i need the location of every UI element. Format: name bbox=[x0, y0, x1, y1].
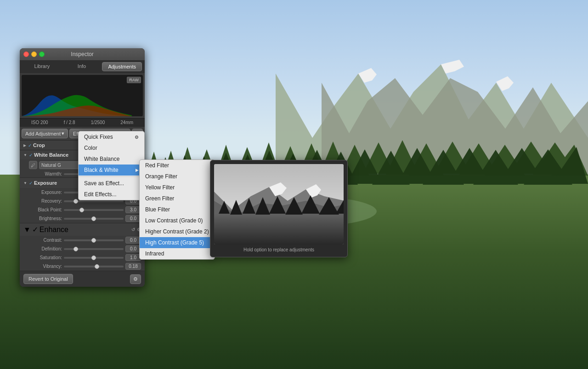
blackpoint-slider-label: Black Point: bbox=[29, 207, 62, 212]
add-adjustment-label: Add Adjustment bbox=[25, 131, 61, 136]
preview-bw-image bbox=[214, 164, 344, 244]
recovery-thumb[interactable] bbox=[74, 199, 78, 204]
bw-higher-contrast[interactable]: Higher Contrast (Grade 2) bbox=[140, 226, 215, 237]
bw-infrared[interactable]: Infrared bbox=[140, 248, 215, 259]
effects-menu-color[interactable]: Color bbox=[79, 142, 144, 153]
bw-label: Black & White bbox=[84, 167, 119, 173]
wb-triangle: ▼ bbox=[23, 153, 27, 157]
raw-badge: RAW bbox=[127, 77, 141, 83]
vibrancy-slider-label: Vibrancy: bbox=[29, 264, 62, 269]
contrast-thumb[interactable] bbox=[91, 238, 96, 243]
quick-fixes-label: Quick Fixes bbox=[84, 134, 113, 140]
blackpoint-thumb[interactable] bbox=[79, 208, 84, 212]
exif-aperture: f / 2.8 bbox=[64, 120, 75, 125]
warmth-label: Warmth: bbox=[29, 171, 62, 176]
brightness-slider[interactable] bbox=[64, 218, 124, 220]
vibrancy-thumb[interactable] bbox=[95, 264, 99, 269]
bw-yellow-filter[interactable]: Yellow Filter bbox=[140, 182, 215, 193]
minimize-button[interactable] bbox=[31, 51, 37, 57]
preview-image bbox=[214, 164, 344, 244]
revert-button[interactable]: Revert to Original bbox=[23, 274, 73, 284]
recovery-slider-label: Recovery: bbox=[29, 199, 62, 204]
exif-iso: ISO 200 bbox=[31, 120, 48, 125]
quick-fixes-settings-icon: ⚙ bbox=[135, 135, 139, 140]
brightness-thumb[interactable] bbox=[91, 216, 96, 221]
histogram-chart bbox=[22, 75, 143, 116]
tab-library[interactable]: Library bbox=[23, 62, 62, 71]
white-balance-menu-label: White Balance bbox=[84, 156, 119, 162]
saturation-slider-row: Saturation: 1.0 bbox=[20, 253, 145, 262]
exif-shutter: 1/2500 bbox=[91, 120, 105, 125]
definition-slider[interactable] bbox=[64, 248, 124, 250]
exposure-slider-label: Exposure: bbox=[29, 190, 62, 195]
saturation-slider[interactable] bbox=[64, 257, 124, 259]
inspector-tabs: Library Info Adjustments bbox=[20, 60, 145, 73]
effects-menu-white-balance[interactable]: White Balance bbox=[79, 153, 144, 165]
bw-green-filter[interactable]: Green Filter bbox=[140, 193, 215, 204]
effects-menu-save[interactable]: Save as Effect... bbox=[79, 178, 144, 189]
enhance-check: ✓ bbox=[32, 225, 38, 234]
inspector-title: Inspector bbox=[71, 51, 93, 57]
contrast-slider[interactable] bbox=[64, 239, 124, 241]
enhance-triangle: ▼ bbox=[23, 226, 31, 234]
preview-panel: Hold option to replace adjustments bbox=[210, 160, 348, 257]
revert-gear-button[interactable]: ⚙ bbox=[130, 274, 141, 284]
bw-red-filter[interactable]: Red Filter bbox=[140, 160, 215, 171]
add-adjustment-arrow: ▾ bbox=[62, 131, 64, 136]
enhance-section-header[interactable]: ▼ ✓ Enhance ↺ ⚙ bbox=[20, 223, 145, 236]
contrast-slider-row: Contrast: 0.0 bbox=[20, 236, 145, 244]
enhance-reset-icon[interactable]: ↺ bbox=[131, 227, 135, 232]
bw-high-contrast[interactable]: High Contrast (Grade 5) bbox=[140, 237, 215, 248]
traffic-lights bbox=[23, 51, 45, 57]
contrast-slider-label: Contrast: bbox=[29, 238, 62, 243]
exposure-triangle: ▼ bbox=[23, 181, 27, 185]
exif-bar: ISO 200 f / 2.8 1/2500 24mm bbox=[20, 118, 145, 126]
tab-info[interactable]: Info bbox=[62, 62, 102, 71]
saturation-value: 1.0 bbox=[125, 254, 141, 261]
saturation-slider-label: Saturation: bbox=[29, 255, 62, 260]
exif-focal: 24mm bbox=[120, 120, 133, 125]
close-button[interactable] bbox=[23, 51, 29, 57]
edit-effects-label: Edit Effects... bbox=[84, 191, 116, 198]
exposure-check: ✓ bbox=[29, 181, 33, 186]
effects-menu-quick-fixes[interactable]: Quick Fixes ⚙ bbox=[79, 131, 144, 142]
inspector-titlebar: Inspector bbox=[20, 48, 145, 60]
effects-menu-bw[interactable]: Black & White ▶ bbox=[79, 165, 144, 176]
vibrancy-slider[interactable] bbox=[64, 266, 124, 267]
add-adjustment-button[interactable]: Add Adjustment ▾ bbox=[22, 129, 68, 138]
maximize-button[interactable] bbox=[39, 51, 45, 57]
blackpoint-slider[interactable] bbox=[64, 209, 124, 211]
effects-menu-edit[interactable]: Edit Effects... bbox=[79, 189, 144, 200]
wb-label: White Balance bbox=[34, 152, 68, 158]
wb-eyedropper[interactable]: 🖊 bbox=[29, 161, 37, 169]
wb-check: ✓ bbox=[29, 153, 33, 158]
effects-menu: Quick Fixes ⚙ Color White Balance Black … bbox=[78, 131, 145, 200]
exposure-label: Exposure bbox=[34, 180, 57, 186]
save-effect-label: Save as Effect... bbox=[84, 180, 124, 187]
svg-rect-52 bbox=[214, 214, 344, 244]
enhance-label: Enhance bbox=[40, 226, 68, 234]
histogram-area: RAW bbox=[22, 75, 143, 116]
tab-adjustments[interactable]: Adjustments bbox=[102, 62, 142, 71]
bw-submenu: Red Filter Orange Filter Yellow Filter G… bbox=[139, 159, 215, 260]
bw-blue-filter[interactable]: Blue Filter bbox=[140, 204, 215, 215]
definition-thumb[interactable] bbox=[74, 247, 78, 251]
vibrancy-value: 0.18 bbox=[125, 263, 141, 270]
blackpoint-slider-row: Black Point: 3.0 bbox=[20, 205, 145, 214]
saturation-thumb[interactable] bbox=[91, 255, 96, 260]
definition-value: 0.0 bbox=[125, 245, 141, 252]
vibrancy-slider-row: Vibrancy: 0.18 bbox=[20, 262, 145, 271]
definition-slider-row: Definition: 0.0 bbox=[20, 244, 145, 253]
blackpoint-value: 3.0 bbox=[125, 206, 141, 213]
bw-low-contrast[interactable]: Low Contrast (Grade 0) bbox=[140, 215, 215, 226]
bw-orange-filter[interactable]: Orange Filter bbox=[140, 171, 215, 182]
crop-check: ✓ bbox=[28, 143, 32, 148]
brightness-slider-row: Brightness: 0.0 bbox=[20, 214, 145, 223]
recovery-slider[interactable] bbox=[64, 200, 124, 202]
color-label: Color bbox=[84, 145, 97, 151]
revert-bar: Revert to Original ⚙ bbox=[20, 271, 145, 287]
crop-label: Crop bbox=[33, 142, 45, 148]
bw-submenu-arrow: ▶ bbox=[136, 168, 139, 172]
definition-slider-label: Definition: bbox=[29, 246, 62, 251]
brightness-value: 0.0 bbox=[125, 215, 141, 222]
